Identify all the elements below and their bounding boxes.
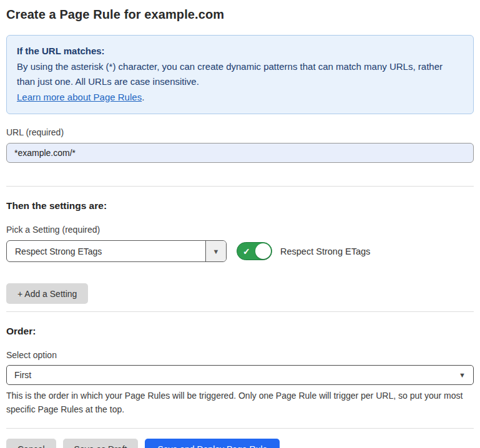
order-select-value: First [14,370,31,380]
settings-section-heading: Then the settings are: [6,200,474,212]
footer-actions: Cancel Save as Draft Save and Deploy Pag… [6,439,474,448]
save-and-deploy-button[interactable]: Save and Deploy Page Rule [145,439,280,448]
setting-toggle[interactable]: ✓ [237,242,272,260]
toggle-knob [255,243,271,259]
setting-dropdown-value: Respect Strong ETags [7,241,205,261]
learn-more-link[interactable]: Learn more about Page Rules [17,92,142,102]
cancel-button[interactable]: Cancel [6,439,56,448]
url-field-label: URL (required) [6,127,474,137]
setting-dropdown-arrow-button[interactable]: ▼ [205,241,226,261]
divider [6,428,474,429]
page-title: Create a Page Rule for example.com [6,0,474,22]
add-setting-button[interactable]: + Add a Setting [6,283,88,304]
pick-setting-label: Pick a Setting (required) [6,225,474,235]
setting-row: Respect Strong ETags ▼ ✓ Respect Strong … [6,240,474,262]
setting-dropdown[interactable]: Respect Strong ETags ▼ [6,240,227,262]
divider [6,311,474,312]
order-select-label: Select option [6,350,474,360]
info-box-link-line: Learn more about Page Rules. [17,90,463,105]
check-icon: ✓ [243,247,250,256]
setting-toggle-label: Respect Strong ETags [280,246,370,256]
chevron-down-icon: ▼ [213,248,220,255]
info-box-body: By using the asterisk (*) character, you… [17,59,463,90]
order-help-text: This is the order in which your Page Rul… [6,389,468,416]
save-as-draft-button[interactable]: Save as Draft [63,439,139,448]
order-section-heading: Order: [6,326,474,337]
url-input[interactable] [6,143,474,163]
chevron-down-icon: ▼ [459,371,466,379]
url-match-info-box: If the URL matches: By using the asteris… [6,35,474,114]
info-box-heading: If the URL matches: [17,44,463,59]
page-rule-form: Create a Page Rule for example.com If th… [0,0,480,448]
link-suffix: . [142,92,144,102]
divider [6,186,474,187]
order-select[interactable]: First ▼ [6,365,474,385]
